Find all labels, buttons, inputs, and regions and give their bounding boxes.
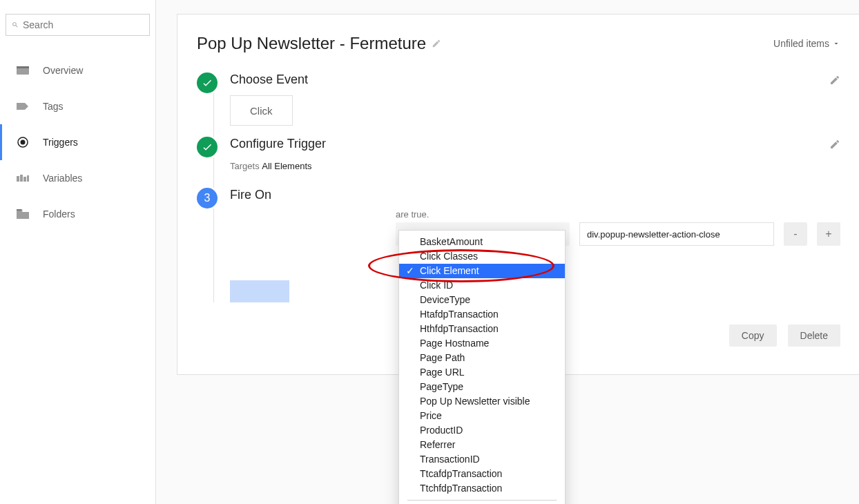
svg-point-3 — [21, 140, 26, 145]
folder-selector[interactable]: Unfiled items — [773, 38, 840, 49]
edit-step2-icon[interactable] — [829, 139, 840, 150]
add-condition-button[interactable]: + — [817, 222, 840, 246]
svg-rect-5 — [20, 175, 23, 182]
variable-option[interactable]: Click Element — [399, 264, 565, 278]
check-icon — [202, 77, 213, 88]
main: Pop Up Newsletter - Fermeture Unfiled it… — [156, 0, 859, 504]
variable-option[interactable]: Price — [399, 409, 565, 423]
svg-rect-6 — [23, 177, 26, 182]
condition-value-input[interactable] — [579, 222, 774, 246]
step2-subtitle: Targets All Elements — [230, 161, 840, 171]
variable-dropdown[interactable]: BasketAmountClick ClassesClick ElementCl… — [398, 230, 566, 504]
nav-label: Triggers — [43, 137, 78, 148]
svg-rect-4 — [17, 176, 19, 182]
variable-option[interactable]: PageType — [399, 380, 565, 394]
variables-icon — [17, 173, 29, 183]
event-chip: Click — [230, 95, 293, 126]
variable-option[interactable]: ProductID — [399, 423, 565, 438]
save-button[interactable] — [230, 280, 289, 302]
step3-title: Fire On — [230, 188, 840, 202]
variable-option[interactable]: Page Hostname — [399, 336, 565, 351]
check-icon — [202, 142, 213, 153]
variable-option[interactable]: BasketAmount — [399, 235, 565, 249]
svg-rect-7 — [27, 175, 29, 182]
page-title: Pop Up Newsletter - Fermeture — [197, 34, 426, 53]
variable-option[interactable]: HthfdpTransaction — [399, 322, 565, 336]
step2-badge — [197, 137, 218, 157]
variable-option[interactable]: Click Classes — [399, 249, 565, 264]
trigger-icon — [17, 137, 29, 147]
trigger-card: Pop Up Newsletter - Fermeture Unfiled it… — [177, 14, 859, 375]
nav-folders[interactable]: Folders — [0, 196, 155, 232]
variable-option[interactable]: TransactionID — [399, 452, 565, 467]
nav-variables[interactable]: Variables — [0, 160, 155, 196]
chevron-down-icon — [832, 39, 840, 48]
remove-condition-button[interactable]: - — [784, 222, 807, 246]
variable-option[interactable]: TtchfdpTransaction — [399, 481, 565, 496]
app-root: Overview Tags Triggers Variables — [0, 0, 859, 504]
folder-icon — [17, 209, 29, 219]
variable-option[interactable]: Click ID — [399, 278, 565, 293]
condition-hint: are true. — [396, 209, 840, 220]
step2-title: Configure Trigger — [230, 137, 326, 151]
nav-triggers[interactable]: Triggers — [0, 124, 155, 160]
nav-label: Overview — [43, 65, 83, 76]
edit-title-icon[interactable] — [432, 39, 441, 48]
search-input[interactable] — [23, 19, 144, 30]
variable-option[interactable]: Page URL — [399, 365, 565, 380]
sidebar: Overview Tags Triggers Variables — [0, 0, 156, 504]
nav-overview[interactable]: Overview — [0, 52, 155, 88]
folder-label: Unfiled items — [773, 38, 829, 49]
nav-label: Folders — [43, 209, 75, 220]
delete-button[interactable]: Delete — [788, 324, 840, 347]
edit-step1-icon[interactable] — [829, 75, 840, 86]
step1-title: Choose Event — [230, 72, 308, 87]
variable-option[interactable]: HtafdpTransaction — [399, 307, 565, 322]
search-icon — [12, 20, 19, 30]
nav-label: Tags — [43, 101, 64, 112]
copy-button[interactable]: Copy — [729, 324, 777, 347]
variable-option[interactable]: DeviceType — [399, 293, 565, 307]
variable-option[interactable]: Page Path — [399, 351, 565, 365]
variable-option[interactable]: Referrer — [399, 438, 565, 452]
step1-badge — [197, 72, 218, 93]
step3-badge: 3 — [197, 188, 218, 209]
nav-label: Variables — [43, 173, 82, 184]
search-box[interactable] — [6, 14, 150, 36]
variable-option[interactable]: TtcafdpTransaction — [399, 467, 565, 481]
variable-option[interactable]: Pop Up Newsletter visible — [399, 394, 565, 409]
svg-rect-1 — [17, 66, 29, 68]
nav-tags[interactable]: Tags — [0, 88, 155, 124]
overview-icon — [17, 66, 29, 75]
tag-icon — [17, 101, 29, 111]
